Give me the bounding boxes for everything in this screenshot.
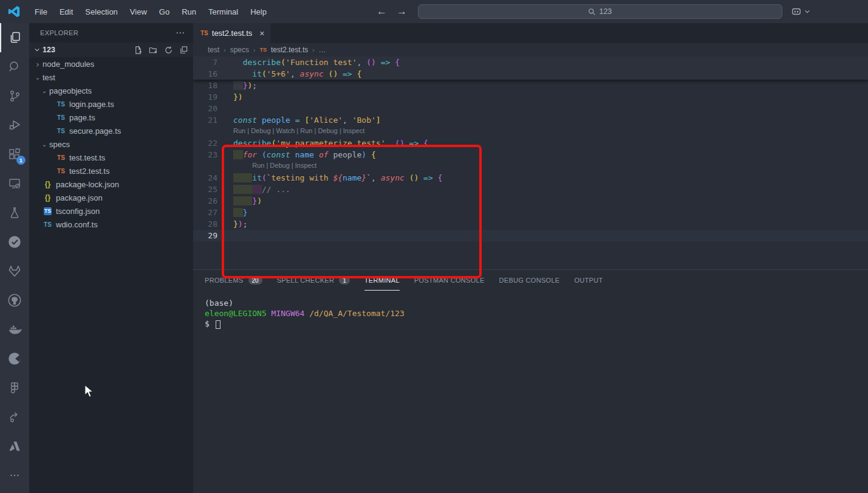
line-number: 26 [193,195,217,207]
figma-icon[interactable] [0,373,29,402]
extensions-badge: 1 [16,156,26,165]
tree-item-label: package.json [56,193,103,202]
tree-item-specs[interactable]: ⌄specs [29,137,193,151]
line-number [193,160,217,172]
line-number: 29 [193,230,217,241]
tree-item-label: package-lock.json [56,180,119,189]
gitlab-icon[interactable] [0,257,29,286]
new-folder-icon[interactable] [149,46,158,55]
breadcrumb-item[interactable]: test [208,46,219,54]
explorer-icon[interactable] [0,23,29,52]
annotation-red-rectangle [222,145,482,278]
code-editor[interactable]: 7 describe('Function test', () => {16 it… [193,57,868,292]
extensions-icon[interactable]: 1 [0,140,29,169]
collapse-folders-icon[interactable] [179,46,188,55]
check-circle-icon[interactable] [0,227,29,257]
menu-view[interactable]: View [125,5,152,19]
search-icon [588,8,596,16]
command-search-box[interactable]: 123 [418,4,782,19]
line-number: 25 [193,184,217,195]
chevron-right-icon: › [224,47,225,53]
explorer-more-icon[interactable]: ⋯ [176,27,185,38]
breadcrumb-item[interactable]: … [319,46,326,54]
menu-selection[interactable]: Selection [80,5,123,19]
ts-file-icon: TS [43,221,53,228]
line-number: 24 [193,172,217,184]
menu-run[interactable]: Run [176,5,202,19]
share-arrow-icon[interactable] [0,402,29,432]
code-lens[interactable]: Run | Debug | Watch | Run | Debug | Insp… [193,126,868,137]
chevron-right-icon: › [33,60,43,69]
tab-strip: TS test2.test.ts × [193,23,868,43]
code-text [217,103,233,114]
docker-icon[interactable] [0,315,29,344]
panel-tab-debug-console[interactable]: DEBUG CONSOLE [499,270,560,291]
workspace-name: 123 [43,46,134,54]
tree-item-label: page.ts [69,113,95,122]
workspace-section-header[interactable]: 123 [29,43,193,57]
source-control-icon[interactable] [0,81,29,111]
title-bar: FileEditSelectionViewGoRunTerminalHelp ←… [0,0,868,23]
code-text: it('5+6', async () => { [217,68,361,80]
code-text: describe('Function test', () => { [217,57,400,68]
menu-help[interactable]: Help [245,5,272,19]
azure-icon[interactable] [0,432,29,461]
github-icon[interactable] [0,286,29,315]
tree-item-label: test.test.ts [69,153,105,162]
tab-test2-test-ts[interactable]: TS test2.test.ts × [193,23,270,43]
code-line-16: 16 it('5+6', async () => { [193,68,868,80]
panel-tab-label: OUTPUT [574,277,603,284]
tree-item-test2.test.ts[interactable]: TStest2.test.ts [29,164,193,178]
tree-item-wdio.conf.ts[interactable]: TSwdio.conf.ts [29,218,193,231]
refresh-icon[interactable] [164,46,173,55]
pacman-circle-icon[interactable] [0,344,29,373]
tree-item-tsconfig.json[interactable]: TStsconfig.json [29,204,193,218]
run-and-debug-icon[interactable] [0,111,29,140]
line-number: 7 [193,57,217,68]
menu-file[interactable]: File [29,5,53,19]
ts-file-icon: TS [44,207,52,215]
tree-item-page.ts[interactable]: TSpage.ts [29,111,193,124]
json-file-icon: {} [43,193,53,202]
menu-bar: FileEditSelectionViewGoRunTerminalHelp [29,6,273,17]
panel-tab-output[interactable]: OUTPUT [574,270,603,291]
tree-item-node_modules[interactable]: ›node_modules [29,57,193,71]
tab-close-icon[interactable]: × [259,29,264,38]
more-actions-icon[interactable] [0,461,29,490]
code-line-21: 21const people = ['Alice', 'Bob'] [193,114,868,126]
tree-item-package.json[interactable]: {}package.json [29,191,193,204]
menu-edit[interactable]: Edit [54,5,78,19]
back-arrow-icon[interactable]: ← [377,5,387,18]
json-file-icon: {} [43,180,53,188]
tree-item-test[interactable]: ⌄test [29,71,193,84]
ts-file-icon: TS [200,30,208,36]
code-text: }) [217,91,243,103]
chevron-down-icon [34,47,40,53]
copilot-menu[interactable] [791,6,810,17]
line-number: 27 [193,207,217,218]
menu-terminal[interactable]: Terminal [203,5,244,19]
menu-go[interactable]: Go [154,5,175,19]
tree-item-login.page.ts[interactable]: TSlogin.page.ts [29,97,193,111]
search-sidebar-icon[interactable] [0,52,29,81]
chevron-right-icon: › [253,47,255,53]
bottom-panel: PROBLEMS20SPELL CHECKER1TERMINALPOSTMAN … [193,269,868,493]
copilot-icon [791,6,802,17]
breadcrumb-item[interactable]: test2.test.ts [271,46,308,54]
tree-item-label: wdio.conf.ts [56,220,98,229]
tree-item-test.test.ts[interactable]: TStest.test.ts [29,151,193,164]
ts-file-icon: TS [56,114,66,121]
ts-file-icon: TS [56,154,66,161]
editor-group: TS test2.test.ts × test › specs › TS tes… [193,23,868,493]
terminal-output[interactable]: (base)eleon@LEGION5 MINGW64 /d/QA_A/Test… [193,291,868,329]
testing-beaker-icon[interactable] [0,198,29,227]
forward-arrow-icon[interactable]: → [397,5,407,18]
chevron-down-icon: ⌄ [39,88,49,94]
line-number: 23 [193,149,217,160]
tree-item-secure.page.ts[interactable]: TSsecure.page.ts [29,124,193,137]
remote-explorer-icon[interactable] [0,169,29,198]
tree-item-package-lock.json[interactable]: {}package-lock.json [29,178,193,191]
new-file-icon[interactable] [134,46,143,55]
breadcrumb-item[interactable]: specs [230,46,249,54]
tree-item-pageobjects[interactable]: ⌄pageobjects [29,84,193,97]
